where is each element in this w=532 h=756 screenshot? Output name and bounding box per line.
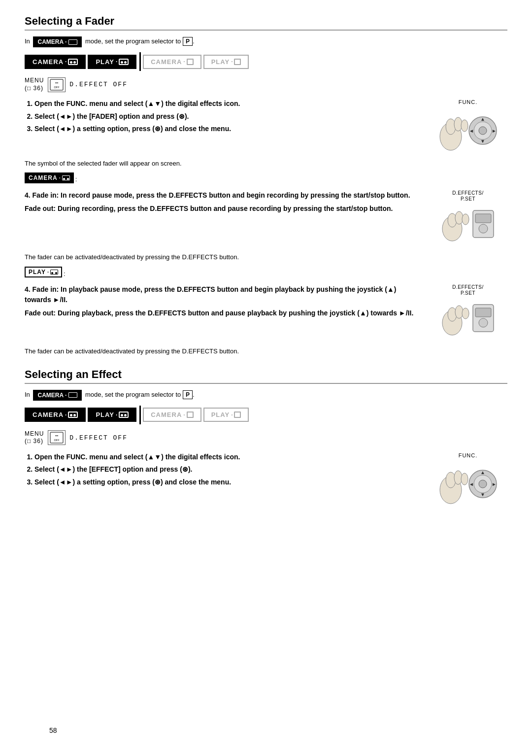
fader-note-2: The fader can be activated/deactivated b… [25, 346, 507, 356]
deffects-illustration-2 [438, 297, 498, 337]
section2-menu-row: MENU(□ 36) ▪▪▪ OFF D.EFFECT OFF [25, 430, 507, 446]
section2-intro: In CAMERA · mode, set the program select… [25, 390, 507, 401]
step4-camera-image: D.EFFECTS/P.SET [429, 190, 507, 242]
svg-rect-19 [475, 214, 491, 223]
step2-2: Select (◄►) the [EFFECT] option and pres… [34, 465, 419, 475]
step4-play-image: D.EFFECTS/P.SET [429, 284, 507, 337]
deffects-label-1: D.EFFECTS/P.SET [452, 190, 483, 202]
section1-steps: Open the FUNC. menu and select (▲▼) the … [25, 99, 507, 154]
svg-text:▲: ▲ [480, 470, 485, 475]
svg-point-9 [479, 127, 487, 135]
svg-text:▪▪▪: ▪▪▪ [55, 81, 58, 84]
mode-btn-camera-card-2: CAMERA · [143, 408, 201, 422]
step4-play-bold: 4. Fade in: In playback pause mode, pres… [25, 285, 396, 304]
svg-point-6 [461, 120, 468, 132]
svg-text:OFF: OFF [54, 439, 60, 442]
step1-1: Open the FUNC. menu and select (▲▼) the … [34, 99, 419, 109]
tape-icon-play-badge-1 [50, 270, 58, 275]
menu-icon-box-2: ▪▪▪ OFF [48, 430, 66, 445]
step2-3: Select (◄►) a setting option, press (⊛) … [34, 478, 419, 487]
section1-func-image: FUNC. ▲ ▼ ◄ ► [429, 99, 507, 154]
camera-tape-badge-1: CAMERA · [25, 172, 74, 183]
page-number: 58 [49, 726, 57, 734]
section1-step4-camera-text: 4. Fade in: In record pause mode, press … [25, 190, 429, 242]
svg-point-5 [454, 117, 462, 131]
step4-camera-bold: 4. Fade in: In record pause mode, press … [25, 191, 410, 199]
svg-point-34 [461, 473, 468, 485]
mode-btn-play-card-2: PLAY · [203, 408, 249, 422]
section2-steps-text: Open the FUNC. menu and select (▲▼) the … [25, 452, 429, 507]
svg-text:►: ► [492, 128, 497, 134]
svg-text:►: ► [492, 481, 497, 487]
mode-btn-camera-card-1: CAMERA · [143, 55, 201, 69]
tape-icon-4 [119, 412, 129, 418]
section1-intro: In CAMERA · mode, set the program select… [25, 36, 507, 47]
section1-step4-camera: 4. Fade in: In record pause mode, press … [25, 190, 507, 242]
menu-label-2: MENU(□ 36) [25, 430, 44, 446]
section1-title: Selecting a Fader [25, 15, 507, 31]
svg-point-24 [462, 308, 469, 319]
svg-point-23 [455, 306, 463, 318]
section1-steps-text: Open the FUNC. menu and select (▲▼) the … [25, 99, 429, 154]
card-icon-4 [234, 412, 241, 418]
mode-btn-camera-tape-1: CAMERA · [25, 55, 86, 69]
deffect-off-icon: ▪▪▪ OFF [50, 79, 64, 91]
svg-point-20 [479, 224, 488, 233]
section1-step4-play: 4. Fade in: In playback pause mode, pres… [25, 284, 507, 337]
play-tape-badge-1: PLAY · [25, 267, 62, 277]
deffects-illustration-1 [438, 203, 498, 242]
step4-play-fadeout-bold: Fade out: During playback, press the D.E… [25, 309, 413, 317]
svg-rect-26 [475, 308, 491, 317]
svg-point-27 [479, 318, 488, 327]
func-menu-illustration-1: ▲ ▼ ◄ ► [436, 107, 500, 154]
deffects-label-2: D.EFFECTS/P.SET [452, 284, 483, 296]
tape-icon-badge-1 [62, 175, 70, 180]
svg-point-37 [479, 480, 487, 488]
play-badge-row-1: PLAY · : [25, 267, 507, 280]
mode-btn-play-tape-2: PLAY · [88, 408, 136, 422]
section1-step4-play-text: 4. Fade in: In playback pause mode, pres… [25, 284, 429, 337]
tape-icon-1 [68, 59, 78, 65]
svg-point-33 [454, 471, 462, 484]
tape-icon-3 [68, 412, 78, 418]
svg-text:▼: ▼ [480, 492, 485, 497]
section2-mode-bar: CAMERA · PLAY · CAMERA · PLAY · [25, 406, 507, 424]
svg-text:◄: ◄ [469, 128, 474, 134]
menu-label-1: MENU(□ 36) [25, 77, 44, 92]
section2-wrapper: Selecting an Effect In CAMERA · mode, se… [25, 368, 507, 507]
camera-badge-row-1: CAMERA · : [25, 172, 507, 186]
section1-sub-note: The symbol of the selected fader will ap… [25, 159, 507, 169]
step1-2: Select (◄►) the [FADER] option and press… [34, 112, 419, 122]
section2-steps: Open the FUNC. menu and select (▲▼) the … [25, 452, 507, 507]
menu-text-1: D.EFFECT OFF [69, 81, 128, 88]
mode-divider-2 [139, 406, 141, 424]
deffect-off-icon-2: ▪▪▪ OFF [50, 432, 64, 444]
step4-camera-fadeout-bold: Fade out: During recording, press the D.… [25, 205, 353, 212]
fader-note-1: The fader can be activated/deactivated b… [25, 252, 507, 262]
svg-text:◄: ◄ [469, 481, 474, 487]
svg-text:▲: ▲ [480, 116, 485, 122]
section2-title: Selecting an Effect [25, 368, 507, 384]
svg-point-16 [455, 211, 463, 224]
menu-icon-box-1: ▪▪▪ OFF [48, 77, 66, 92]
page-wrapper: Selecting a Fader In CAMERA · mode, set … [25, 15, 507, 744]
func-menu-illustration-2: ▲ ▼ ◄ ► [436, 460, 500, 507]
func-label-2: FUNC. [459, 452, 478, 458]
card-icon-2 [234, 59, 241, 65]
mode-btn-play-tape-1: PLAY · [88, 55, 136, 69]
svg-text:▪▪▪: ▪▪▪ [55, 434, 58, 437]
svg-point-17 [462, 214, 469, 225]
mode-btn-play-card-1: PLAY · [203, 55, 249, 69]
card-icon-1 [187, 59, 194, 65]
func-label-1: FUNC. [459, 99, 478, 105]
section1-mode-bar: CAMERA · PLAY · CAMERA · PLAY · [25, 52, 507, 71]
svg-text:▼: ▼ [480, 138, 485, 144]
tape-icon-2 [119, 59, 129, 65]
section2-func-image: FUNC. ▲ ▼ ◄ ► [429, 452, 507, 507]
section1-menu-row: MENU(□ 36) ▪▪▪ OFF D.EFFECT OFF [25, 77, 507, 92]
card-icon-3 [187, 412, 194, 418]
step2-1: Open the FUNC. menu and select (▲▼) the … [34, 452, 419, 462]
mode-btn-camera-tape-2: CAMERA · [25, 408, 86, 422]
mode-divider-1 [139, 52, 141, 71]
svg-text:OFF: OFF [54, 86, 60, 89]
